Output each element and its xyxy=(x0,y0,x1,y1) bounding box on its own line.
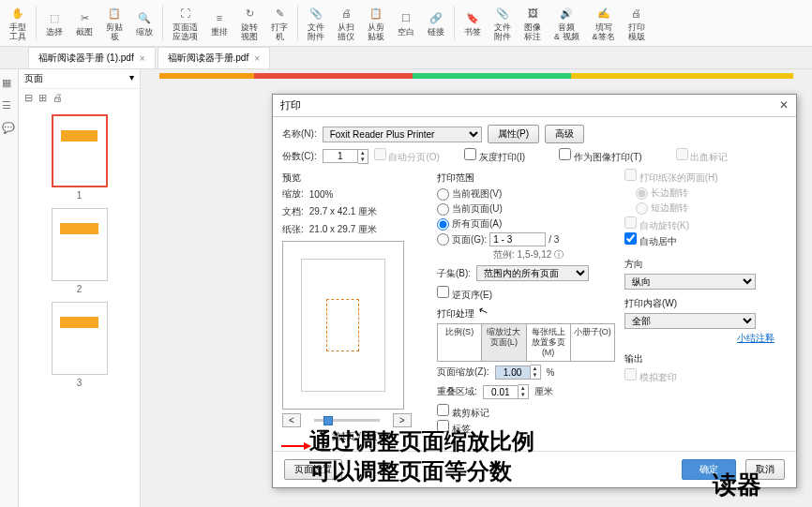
tool-6[interactable]: ≡重排 xyxy=(205,2,233,44)
tool-icon: 🖨 xyxy=(338,5,354,22)
tool-icon: ✍ xyxy=(595,5,612,22)
handling-tabs: 比例(S) 缩放过大 页面(L) 每张纸上 放置多页(M) 小册子(O) xyxy=(437,323,615,362)
copies-input[interactable] xyxy=(323,149,358,163)
tool-10[interactable]: 🖨从扫描仪 xyxy=(332,2,360,44)
tool-15[interactable]: 📎文件附件 xyxy=(489,2,517,44)
tool-0[interactable]: ✋手型工具 xyxy=(4,2,32,44)
thumb-zoom-out-icon[interactable]: ⊟ xyxy=(24,92,33,104)
overlap-input[interactable] xyxy=(483,385,519,399)
document-tab-0[interactable]: 福昕阅读器手册 (1).pdf× xyxy=(28,47,156,68)
output-label: 输出 xyxy=(624,352,774,365)
annotation-extra: 读器 xyxy=(713,469,761,501)
doc-size: 29.7 x 42.1 厘米 xyxy=(309,205,377,218)
range-all-radio[interactable] xyxy=(437,218,449,231)
page-zoom-input[interactable] xyxy=(495,365,531,380)
double-sided-checkbox xyxy=(624,169,637,181)
range-pages-radio[interactable] xyxy=(437,233,449,246)
range-current-view-radio[interactable] xyxy=(437,188,449,201)
tool-18[interactable]: ✍填写&签名 xyxy=(587,2,621,44)
tool-4[interactable]: 🔍缩放 xyxy=(130,2,158,44)
tool-2[interactable]: ✂截图 xyxy=(70,2,98,44)
thumbnail-2[interactable]: 2 xyxy=(47,208,113,294)
tab-multiple[interactable]: 每张纸上 放置多页(M) xyxy=(527,324,571,361)
tool-icon: ≡ xyxy=(211,9,228,26)
tab-fit[interactable]: 缩放过大 页面(L) xyxy=(482,324,526,361)
printer-select[interactable]: Foxit Reader Plus Printer xyxy=(323,127,482,142)
tool-11[interactable]: 📋从剪贴板 xyxy=(362,2,390,44)
close-tab-icon[interactable]: × xyxy=(254,53,260,64)
thumbnails-header: 页面 ▾ xyxy=(19,69,140,89)
tool-icon: 🔊 xyxy=(558,5,575,22)
left-sidebar: ▦ ☰ 💬 xyxy=(0,69,19,507)
copies-label: 份数(C): xyxy=(282,150,317,163)
tool-16[interactable]: 🖼图像标注 xyxy=(519,2,547,44)
summarize-link[interactable]: 小结注释 xyxy=(737,333,774,343)
overlap-spinner[interactable]: ▲▼ xyxy=(483,384,529,399)
tool-5[interactable]: ⛶页面适应选项 xyxy=(167,2,203,44)
content-select[interactable]: 全部 xyxy=(624,313,756,329)
range-pages-input[interactable] xyxy=(489,232,546,246)
dialog-title-text: 打印 xyxy=(280,98,301,112)
grayscale-checkbox[interactable] xyxy=(464,148,476,160)
tab-booklet[interactable]: 小册子(O) xyxy=(571,324,614,361)
tool-icon: ✋ xyxy=(9,5,26,22)
cut-marks-checkbox[interactable] xyxy=(437,404,449,416)
tool-icon: 🖼 xyxy=(524,5,541,22)
panel-menu-icon[interactable]: ▾ xyxy=(129,72,134,85)
comments-tab-icon[interactable]: 💬 xyxy=(2,122,17,137)
bleed-checkbox xyxy=(676,148,688,160)
document-tab-1[interactable]: 福昕阅读器手册.pdf× xyxy=(158,47,271,68)
tool-8[interactable]: ✎打字机 xyxy=(265,2,293,44)
tool-7[interactable]: ↻旋转视图 xyxy=(235,2,263,44)
tool-17[interactable]: 🔊音频& 视频 xyxy=(549,2,585,44)
prev-page-button[interactable]: < xyxy=(282,413,301,427)
annotation-text: 通过调整页面缩放比例 可以调整页面等分数 xyxy=(309,426,534,486)
tool-13[interactable]: 🔗链接 xyxy=(422,2,450,44)
tool-9[interactable]: 📎文件附件 xyxy=(302,2,330,44)
thumb-print-icon[interactable]: 🖨 xyxy=(53,92,63,104)
tool-icon: ↻ xyxy=(241,5,258,22)
tool-icon: 🖨 xyxy=(628,5,645,22)
direction-select[interactable]: 纵向 xyxy=(624,274,756,290)
printer-name-label: 名称(N): xyxy=(282,127,317,141)
reverse-checkbox[interactable] xyxy=(437,286,449,298)
thumbnail-3[interactable]: 3 xyxy=(47,302,113,388)
tool-icon: 📎 xyxy=(308,5,324,22)
thumb-zoom-in-icon[interactable]: ⊞ xyxy=(38,92,47,104)
thumbnails-tab-icon[interactable]: ▦ xyxy=(2,77,17,92)
tool-1[interactable]: ⬚选择 xyxy=(40,2,68,44)
properties-button[interactable]: 属性(P) xyxy=(488,125,539,143)
auto-rotate-checkbox xyxy=(624,216,637,229)
next-page-button[interactable]: > xyxy=(393,413,412,427)
bookmarks-tab-icon[interactable]: ☰ xyxy=(2,99,17,114)
content-label: 打印内容(W) xyxy=(624,297,774,310)
thumbnail-1[interactable]: 1 xyxy=(47,114,113,201)
tool-12[interactable]: ☐空白 xyxy=(392,2,420,44)
tool-icon: 📎 xyxy=(494,5,511,22)
subset-select[interactable]: 范围内的所有页面 xyxy=(476,265,589,281)
tool-icon: ✂ xyxy=(76,9,93,26)
tool-3[interactable]: 📋剪贴板 xyxy=(100,2,128,44)
main-toolbar: ✋手型工具⬚选择✂截图📋剪贴板🔍缩放⛶页面适应选项≡重排↻旋转视图✎打字机📎文件… xyxy=(0,0,812,47)
zoom-value: 100% xyxy=(309,189,334,200)
paper-size: 21.0 x 29.7 厘米 xyxy=(309,223,377,236)
preview-label: 预览 xyxy=(282,171,428,185)
direction-label: 方向 xyxy=(624,258,774,271)
help-icon[interactable]: ⓘ xyxy=(554,249,564,260)
page-zoom-spinner[interactable]: ▲▼ xyxy=(495,365,541,380)
as-image-checkbox[interactable] xyxy=(559,148,571,160)
tool-icon: ⬚ xyxy=(46,9,63,26)
advanced-button[interactable]: 高级 xyxy=(545,125,584,143)
close-tab-icon[interactable]: × xyxy=(140,53,145,64)
annotation-arrow xyxy=(281,445,309,447)
auto-center-checkbox[interactable] xyxy=(624,232,637,245)
page-slider[interactable] xyxy=(314,419,380,422)
tool-icon: ⛶ xyxy=(177,5,194,22)
tool-14[interactable]: 🔖书签 xyxy=(459,2,487,44)
tab-scale[interactable]: 比例(S) xyxy=(438,324,482,361)
range-current-page-radio[interactable] xyxy=(437,203,449,216)
close-icon[interactable]: ✕ xyxy=(779,98,789,112)
tool-icon: 🔗 xyxy=(428,9,444,26)
copies-spinner[interactable]: ▲▼ xyxy=(323,149,368,164)
tool-19[interactable]: 🖨打印模版 xyxy=(623,2,651,44)
